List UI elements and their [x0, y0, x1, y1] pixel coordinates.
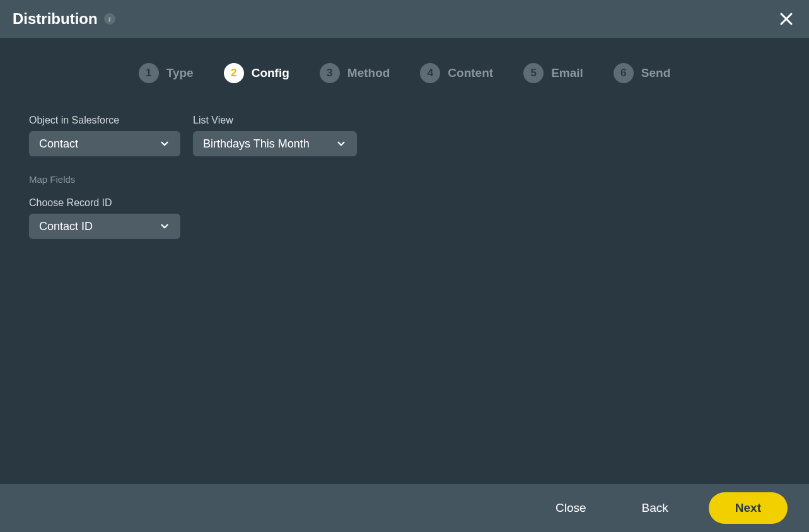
step-config[interactable]: 2 Config [224, 63, 289, 83]
step-content[interactable]: 4 Content [420, 63, 493, 83]
object-field: Object in Salesforce Contact [29, 115, 180, 156]
step-number: 1 [139, 63, 159, 83]
dialog-header: Distribution i [0, 0, 809, 38]
step-label: Type [166, 66, 194, 80]
form-row: Object in Salesforce Contact List View B… [29, 115, 780, 156]
form-row: Choose Record ID Contact ID [29, 197, 780, 239]
dialog-footer: Close Back Next [0, 484, 809, 532]
step-number: 5 [523, 63, 544, 83]
map-fields-label: Map Fields [29, 174, 780, 185]
listview-label: List View [193, 115, 357, 126]
record-id-select[interactable]: Contact ID [29, 214, 180, 239]
listview-select[interactable]: Birthdays This Month [193, 131, 357, 156]
step-label: Content [448, 66, 493, 80]
chevron-down-icon [159, 138, 170, 149]
chevron-down-icon [335, 138, 347, 149]
close-icon [779, 11, 794, 26]
chevron-down-icon [159, 221, 170, 232]
object-label: Object in Salesforce [29, 115, 180, 126]
record-id-value: Contact ID [39, 220, 159, 233]
object-value: Contact [39, 137, 159, 151]
next-button[interactable]: Next [709, 492, 788, 524]
listview-value: Birthdays This Month [203, 137, 335, 151]
record-id-field: Choose Record ID Contact ID [29, 197, 180, 239]
object-select[interactable]: Contact [29, 131, 180, 156]
step-label: Method [347, 66, 390, 80]
close-button[interactable] [776, 9, 796, 29]
step-number: 4 [420, 63, 440, 83]
step-send[interactable]: 6 Send [614, 63, 670, 83]
step-number: 3 [320, 63, 340, 83]
stepper: 1 Type 2 Config 3 Method 4 Content 5 Ema… [0, 38, 809, 115]
info-icon[interactable]: i [104, 13, 115, 25]
step-type[interactable]: 1 Type [139, 63, 194, 83]
dialog-title: Distribution [13, 10, 98, 28]
step-label: Email [551, 66, 583, 80]
step-number: 2 [224, 63, 244, 83]
step-email[interactable]: 5 Email [523, 63, 583, 83]
listview-field: List View Birthdays This Month [193, 115, 357, 156]
close-link[interactable]: Close [540, 495, 602, 521]
form-content: Object in Salesforce Contact List View B… [0, 115, 809, 239]
back-button[interactable]: Back [627, 495, 684, 521]
header-title-group: Distribution i [13, 10, 115, 28]
record-id-label: Choose Record ID [29, 197, 180, 209]
step-label: Config [252, 66, 289, 80]
step-label: Send [641, 66, 670, 80]
step-method[interactable]: 3 Method [320, 63, 390, 83]
step-number: 6 [614, 63, 634, 83]
